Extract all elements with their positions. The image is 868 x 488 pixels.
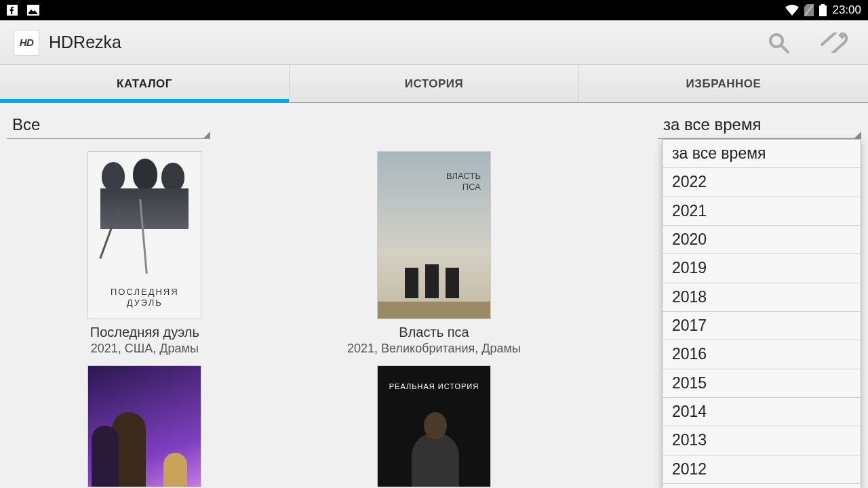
svg-line-6 <box>781 45 788 52</box>
app-title: HDRezka <box>49 33 121 52</box>
poster-text: ПСА <box>462 182 481 192</box>
movie-poster: ВЛАСТЬ ПСА <box>377 151 491 319</box>
battery-icon <box>819 4 827 16</box>
svg-rect-3 <box>819 5 827 16</box>
dropdown-item[interactable]: 2013 <box>663 426 861 455</box>
dropdown-item[interactable]: 2016 <box>663 340 861 369</box>
tab-underline <box>290 102 578 103</box>
dropdown-item[interactable]: 2019 <box>663 254 861 283</box>
app-logo: HD <box>14 30 39 56</box>
tab-label: КАТАЛОГ <box>117 77 172 91</box>
movie-poster <box>87 365 201 487</box>
settings-wrench-icon[interactable] <box>818 33 848 53</box>
poster-text: ПОСЛЕДНЯЯ <box>88 287 201 297</box>
spinner-value: за все время <box>663 115 761 134</box>
dropdown-item[interactable]: 2017 <box>663 312 861 340</box>
tabs: КАТАЛОГ ИСТОРИЯ ИЗБРАННОЕ <box>0 65 868 103</box>
movie-title: Власть пса <box>399 325 469 340</box>
wifi-icon <box>785 5 799 16</box>
filters-row: Все за все время <box>0 103 868 144</box>
dropdown-item[interactable]: 2014 <box>663 398 861 426</box>
tab-catalog[interactable]: КАТАЛОГ <box>0 65 290 102</box>
dropdown-item[interactable]: 2012 <box>663 455 861 484</box>
gallery-icon <box>27 5 39 16</box>
app-bar: HD HDRezka <box>0 20 868 65</box>
no-sim-icon <box>804 4 814 16</box>
movie-poster: РЕАЛЬНАЯ ИСТОРИЯ <box>377 365 491 487</box>
movie-poster: ПОСЛЕДНЯЯ ДУЭЛЬ <box>87 151 201 319</box>
dropdown-item[interactable]: за все время <box>663 140 861 168</box>
svg-rect-4 <box>821 4 825 5</box>
tab-label: ИСТОРИЯ <box>405 77 464 91</box>
movie-subtitle: 2021, США, Драмы <box>91 342 199 356</box>
dropdown-item[interactable]: 2022 <box>663 168 861 197</box>
chevron-down-icon <box>854 131 861 138</box>
movie-title: Последняя дуэль <box>90 325 199 340</box>
tab-underline <box>0 99 289 103</box>
search-icon[interactable] <box>766 30 791 55</box>
movie-card[interactable] <box>0 365 290 488</box>
status-bar: 23:00 <box>0 0 868 20</box>
tab-history[interactable]: ИСТОРИЯ <box>290 65 579 102</box>
tab-favorites[interactable]: ИЗБРАННОЕ <box>579 65 868 102</box>
tab-underline <box>579 102 868 103</box>
tab-label: ИЗБРАННОЕ <box>686 77 762 91</box>
dropdown-item[interactable]: 2018 <box>663 283 861 312</box>
status-time: 23:00 <box>832 3 861 17</box>
movie-card[interactable]: ВЛАСТЬ ПСА Власть пса 2021, Великобритан… <box>290 151 579 365</box>
poster-text: ДУЭЛЬ <box>88 298 201 308</box>
period-dropdown: за все время 2022 2021 2020 2019 2018 20… <box>662 139 861 488</box>
period-spinner[interactable]: за все время <box>658 113 861 139</box>
movie-card[interactable]: РЕАЛЬНАЯ ИСТОРИЯ <box>290 365 579 488</box>
spinner-value: Все <box>12 115 40 134</box>
category-spinner[interactable]: Все <box>7 113 210 139</box>
dropdown-item[interactable]: 2021 <box>663 197 861 226</box>
dropdown-item[interactable]: 2011 <box>663 484 861 488</box>
poster-text: РЕАЛЬНАЯ ИСТОРИЯ <box>378 382 490 390</box>
dropdown-item[interactable]: 2020 <box>663 226 861 254</box>
facebook-icon <box>7 5 18 16</box>
movie-card[interactable]: ПОСЛЕДНЯЯ ДУЭЛЬ Последняя дуэль 2021, СШ… <box>0 151 290 365</box>
chevron-down-icon <box>203 131 210 138</box>
dropdown-item[interactable]: 2015 <box>663 369 861 398</box>
movie-subtitle: 2021, Великобритания, Драмы <box>347 342 521 356</box>
poster-text: ВЛАСТЬ <box>446 171 481 181</box>
